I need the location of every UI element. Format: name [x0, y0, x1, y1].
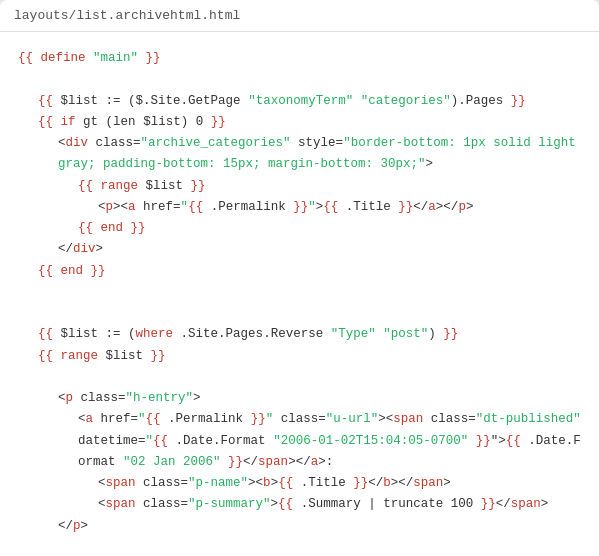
- code-line: [18, 537, 581, 556]
- code-line: [18, 367, 581, 388]
- code-line: {{ range $list }}: [18, 346, 581, 367]
- code-line: <p class="h-entry">: [18, 388, 581, 409]
- code-line: {{ end }}: [18, 261, 581, 282]
- code-line: </p>: [18, 516, 581, 537]
- code-line: {{ if gt (len $list) 0 }}: [18, 112, 581, 133]
- file-path-text: layouts/list.archivehtml.html: [14, 8, 240, 23]
- code-line: [18, 282, 581, 303]
- code-line: {{ end }}: [18, 218, 581, 239]
- code-line: [18, 69, 581, 90]
- code-line: </div>: [18, 239, 581, 260]
- code-line: {{ $list := (where .Site.Pages.Reverse "…: [18, 324, 581, 345]
- code-line: {{ $list := ($.Site.GetPage "taxonomyTer…: [18, 91, 581, 112]
- code-line: <span class="p-summary">{{ .Summary | tr…: [18, 494, 581, 515]
- code-line: {{ range $list }}: [18, 176, 581, 197]
- file-path-bar: layouts/list.archivehtml.html: [0, 0, 599, 32]
- code-line: {{ define "main" }}: [18, 48, 581, 69]
- code-line: <span class="p-name"><b>{{ .Title }}</b>…: [18, 473, 581, 494]
- code-line: [18, 303, 581, 324]
- editor-container: layouts/list.archivehtml.html {{ define …: [0, 0, 599, 556]
- code-line: <a href="{{ .Permalink }}" class="u-url"…: [18, 409, 581, 473]
- code-area[interactable]: {{ define "main" }} {{ $list := ($.Site.…: [0, 32, 599, 556]
- code-line: <div class="archive_categories" style="b…: [18, 133, 581, 176]
- code-line: <p><a href="{{ .Permalink }}">{{ .Title …: [18, 197, 581, 218]
